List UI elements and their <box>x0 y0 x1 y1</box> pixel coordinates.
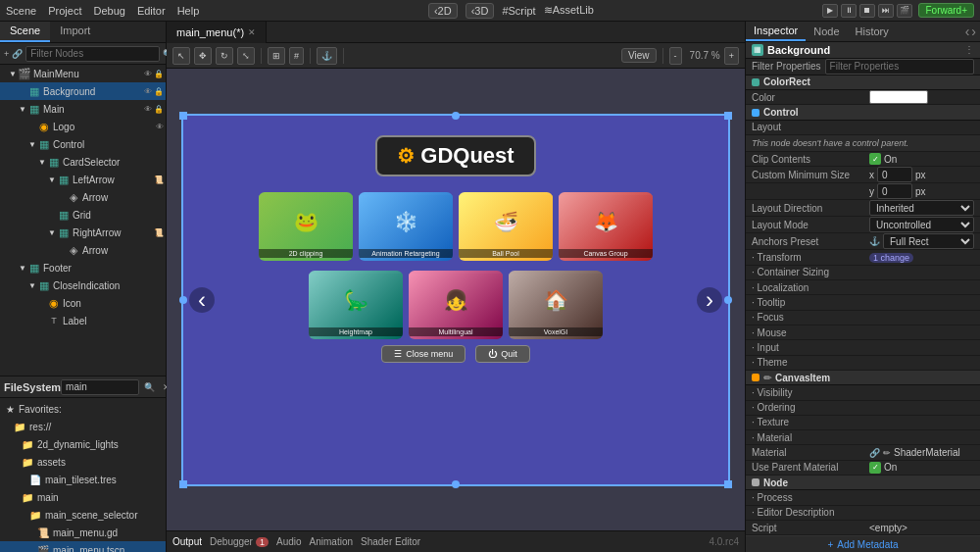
layout-direction-select[interactable]: Inherited Locale Left-to-Right Right-to-… <box>869 200 974 216</box>
snap-button[interactable]: ⊞ <box>268 47 285 65</box>
nav-back-button[interactable]: ‹ <box>965 24 970 39</box>
prev-arrow-button[interactable]: ‹ <box>189 287 215 313</box>
menu-debug[interactable]: Debug <box>93 5 124 17</box>
add-metadata-button[interactable]: + Add Metadata <box>746 535 980 552</box>
link-icon[interactable]: 🔗 <box>12 47 23 61</box>
tab-history[interactable]: History <box>848 23 897 40</box>
view-button[interactable]: View <box>621 48 657 63</box>
tree-node-label[interactable]: T Label <box>0 312 166 329</box>
pause-button[interactable]: ⏸ <box>841 4 857 18</box>
tree-node-leftarrow[interactable]: ▼ ▦ LeftArrow 📜 <box>0 171 166 188</box>
tree-node-closeindication[interactable]: ▼ ▦ CloseIndication <box>0 276 166 294</box>
handle-bottom-right[interactable] <box>724 480 732 488</box>
prop-transform[interactable]: · Transform 1 change <box>746 250 980 265</box>
handle-bottom[interactable] <box>452 480 460 488</box>
custom-min-x-input[interactable] <box>877 167 912 182</box>
lock-icon[interactable]: 🔒 <box>154 105 164 114</box>
play-button[interactable]: ▶ <box>822 4 838 18</box>
anchor-button[interactable]: ⚓ <box>317 47 337 65</box>
zoom-in-button[interactable]: + <box>724 47 739 65</box>
fs-2d-lights[interactable]: 📁 2d_dynamic_lights <box>0 435 166 453</box>
handle-right[interactable] <box>724 296 732 304</box>
prop-process[interactable]: · Process <box>746 490 980 505</box>
fs-tileset[interactable]: 📄 main_tileset.tres <box>0 471 166 488</box>
close-menu-button[interactable]: ☰ Close menu <box>381 345 466 363</box>
node-action-icon[interactable]: ⋮ <box>964 44 974 55</box>
tree-node-icon[interactable]: ◉ Icon <box>0 294 166 312</box>
bottom-tab-animation[interactable]: Animation <box>310 536 353 547</box>
card-ballpool[interactable]: 🍜 Ball Pool <box>459 192 553 261</box>
tree-node-cardselector[interactable]: ▼ ▦ CardSelector <box>0 153 166 171</box>
visibility-icon[interactable]: 👁 <box>144 70 152 78</box>
nav-forward-button[interactable]: › <box>971 24 976 39</box>
card-heightmap[interactable]: 🦕 Heightmap <box>309 271 403 339</box>
tab-scene[interactable]: Scene <box>0 22 50 42</box>
tree-node-grid[interactable]: ▦ Grid <box>0 206 166 224</box>
menu-editor[interactable]: Editor <box>137 5 166 17</box>
lock-icon[interactable]: 🔒 <box>154 87 164 96</box>
fs-favorites[interactable]: ★ Favorites: <box>0 400 166 418</box>
section-canvasitem[interactable]: ✏ CanvasItem <box>746 371 980 385</box>
quit-button[interactable]: ⏻ Quit <box>475 345 530 363</box>
prop-ordering[interactable]: · Ordering <box>746 401 980 416</box>
bottom-tab-debugger[interactable]: Debugger <box>210 536 253 547</box>
handle-bottom-left[interactable] <box>179 480 187 488</box>
section-node[interactable]: Node <box>746 476 980 490</box>
canvas-area[interactable]: ‹ › ⚙ GDQuest 🐸 2D clipping <box>167 69 745 530</box>
mode-2d-button[interactable]: ‹2D <box>428 3 458 19</box>
use-parent-toggle[interactable]: ✓ <box>869 462 881 474</box>
handle-left[interactable] <box>179 296 187 304</box>
tab-main-menu[interactable]: main_menu(*) ✕ <box>167 22 267 43</box>
visibility-icon[interactable]: 👁 <box>144 87 152 96</box>
menu-project[interactable]: Project <box>48 5 81 17</box>
visibility-icon[interactable]: 👁 <box>156 123 164 131</box>
tab-close-button[interactable]: ✕ <box>248 27 256 37</box>
prop-material-header[interactable]: · Material <box>746 430 980 445</box>
prop-editor-desc[interactable]: · Editor Description <box>746 506 980 521</box>
section-control[interactable]: Control <box>746 105 980 120</box>
tree-node-footer[interactable]: ▼ ▦ Footer <box>0 259 166 276</box>
bottom-tab-audio[interactable]: Audio <box>276 536 302 547</box>
custom-min-y-input[interactable] <box>877 183 912 199</box>
tree-node-control[interactable]: ▼ ▦ Control <box>0 135 166 153</box>
fs-main-menu-tscn[interactable]: 🎬 main_menu.tscn <box>0 541 166 552</box>
script-button[interactable]: #Script <box>502 5 535 17</box>
color-picker-button[interactable] <box>869 90 928 104</box>
prop-input[interactable]: · Input <box>746 340 980 355</box>
tree-node-mainmenu[interactable]: ▼ 🎬 MainMenu 👁🔒 <box>0 65 166 82</box>
visibility-icon[interactable]: 👁 <box>144 105 152 114</box>
prop-visibility[interactable]: · Visibility <box>746 385 980 400</box>
prop-tooltip[interactable]: · Tooltip <box>746 295 980 310</box>
forward-plus-button[interactable]: Forward+ <box>918 3 974 18</box>
prop-container-sizing[interactable]: · Container Sizing <box>746 266 980 280</box>
menu-scene[interactable]: Scene <box>6 5 36 17</box>
card-multilingual[interactable]: 👧 Multilingual <box>409 271 503 339</box>
bottom-tab-shader[interactable]: Shader Editor <box>361 536 420 547</box>
fs-assets[interactable]: 📁 assets <box>0 453 166 471</box>
filesystem-search-input[interactable] <box>61 379 139 395</box>
tree-node-logo[interactable]: ◉ Logo 👁 <box>0 118 166 135</box>
prop-theme[interactable]: · Theme <box>746 356 980 371</box>
tree-node-main[interactable]: ▼ ▦ Main 👁🔒 <box>0 100 166 118</box>
assetlib-button[interactable]: ≋AssetLib <box>544 4 594 17</box>
section-colorrect[interactable]: ColorRect <box>746 75 980 90</box>
zoom-out-button[interactable]: - <box>669 47 682 65</box>
grid-button[interactable]: # <box>289 47 304 65</box>
filter-nodes-input[interactable] <box>25 46 160 62</box>
prop-texture[interactable]: · Texture <box>746 416 980 430</box>
layout-mode-select[interactable]: Uncontrolled Anchors Container <box>869 217 974 232</box>
card-canvas-group[interactable]: 🦊 Canvas Group <box>559 192 653 261</box>
tree-node-background[interactable]: ▦ Background 👁🔒 <box>0 82 166 100</box>
prop-focus[interactable]: · Focus <box>746 311 980 326</box>
handle-top-right[interactable] <box>724 112 732 120</box>
tab-node[interactable]: Node <box>806 23 847 40</box>
filter-properties-input[interactable] <box>825 59 974 75</box>
step-button[interactable]: ⏭ <box>878 4 894 18</box>
tree-node-rightarrow[interactable]: ▼ ▦ RightArrow 📜 <box>0 224 166 241</box>
handle-top-left[interactable] <box>179 112 187 120</box>
add-node-icon[interactable]: + <box>4 47 9 61</box>
prop-mouse[interactable]: · Mouse <box>746 326 980 340</box>
fs-main-folder[interactable]: 📁 main <box>0 488 166 506</box>
anchors-preset-select[interactable]: Full Rect Top Left Center <box>883 233 974 249</box>
prop-localization[interactable]: · Localization <box>746 280 980 295</box>
